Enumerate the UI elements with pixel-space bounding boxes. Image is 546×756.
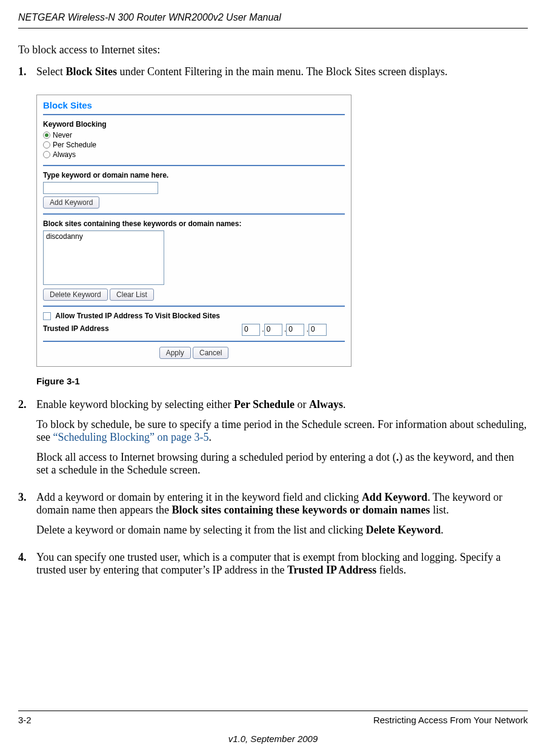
allow-trusted-checkbox[interactable] (43, 312, 51, 320)
step-3-num: 3. (18, 491, 36, 544)
figure-container: Block Sites Keyword Blocking Never Per S… (36, 95, 528, 367)
text: or (295, 398, 309, 410)
keyword-listbox[interactable]: discodanny (43, 230, 164, 285)
radio-never-label: Never (53, 131, 72, 139)
text: Add a keyword or domain by entering it i… (36, 491, 362, 503)
text: list. (430, 504, 449, 516)
section-title: Restricting Access From Your Network (373, 715, 528, 725)
bs-title: Block Sites (37, 95, 351, 114)
step-1-text: Select Block Sites under Content Filteri… (36, 65, 528, 78)
ip-field-2[interactable]: 0 (264, 324, 282, 336)
ip-field-3[interactable]: 0 (286, 324, 304, 336)
text: Delete a keyword or domain name by selec… (36, 524, 366, 536)
text: . (343, 398, 346, 410)
step-1-textpart: Select (36, 65, 65, 78)
step-3: 3. Add a keyword or domain by entering i… (18, 491, 528, 544)
text: Enable keyword blocking by selecting eit… (36, 398, 234, 410)
radio-always[interactable] (43, 151, 50, 158)
footer-divider (18, 711, 528, 711)
intro-text: To block access to Internet sites: (18, 44, 528, 56)
step-2: 2. Enable keyword blocking by selecting … (18, 398, 528, 484)
figure-label: Figure 3-1 (36, 376, 528, 386)
text: . (208, 431, 211, 443)
clear-list-button[interactable]: Clear List (110, 289, 154, 301)
footer-version: v1.0, September 2009 (18, 734, 528, 744)
add-keyword-button[interactable]: Add Keyword (43, 196, 99, 209)
bold: Trusted IP Address (287, 564, 376, 576)
page-header-title: NETGEAR Wireless-N 300 Router WNR2000v2 … (18, 12, 528, 28)
step-4: 4. You can specify one trusted user, whi… (18, 551, 528, 584)
bold: Delete Keyword (366, 524, 441, 536)
bold: Block sites containing these keywords or… (171, 504, 430, 516)
ip-field-1[interactable]: 0 (242, 324, 260, 336)
cancel-button[interactable]: Cancel (193, 347, 228, 359)
step-4-p1: You can specify one trusted user, which … (36, 551, 528, 577)
step-2-p2: To block by schedule, be sure to specify… (36, 418, 528, 444)
block-list-label: Block sites containing these keywords or… (43, 219, 345, 228)
type-keyword-label: Type keyword or domain name here. (43, 171, 345, 179)
block-sites-screenshot: Block Sites Keyword Blocking Never Per S… (36, 95, 351, 367)
radio-never[interactable] (43, 132, 50, 139)
delete-keyword-button[interactable]: Delete Keyword (43, 289, 108, 301)
ip-field-4[interactable]: 0 (308, 324, 327, 336)
step-4-num: 4. (18, 551, 36, 584)
step-3-p2: Delete a keyword or domain name by selec… (36, 524, 528, 537)
step-3-p1: Add a keyword or domain by entering it i… (36, 491, 528, 517)
step-1-textpart2: under Content Filtering in the main menu… (117, 65, 448, 78)
trusted-ip-fields: 0 .0 .0 .0 (242, 324, 327, 336)
text: Block all access to Internet browsing du… (36, 451, 396, 463)
page-footer: 3-2 Restricting Access From Your Network… (18, 711, 528, 744)
radio-always-label: Always (53, 150, 76, 159)
radio-per-schedule-label: Per Schedule (53, 141, 96, 149)
text: . (441, 524, 444, 536)
apply-button[interactable]: Apply (159, 347, 191, 359)
step-2-p3: Block all access to Internet browsing du… (36, 451, 528, 477)
step-1-num: 1. (18, 65, 36, 85)
step-2-num: 2. (18, 398, 36, 484)
step-1-bold: Block Sites (65, 65, 117, 78)
text: fields. (376, 564, 406, 576)
scheduling-link[interactable]: “Scheduling Blocking” on page 3-5 (53, 431, 208, 443)
step-1: 1. Select Block Sites under Content Filt… (18, 65, 528, 85)
step-2-p1: Enable keyword blocking by selecting eit… (36, 398, 528, 411)
keyword-input[interactable] (43, 182, 158, 194)
radio-per-schedule[interactable] (43, 141, 50, 149)
trusted-ip-label: Trusted IP Address (43, 324, 109, 333)
bold: Add Keyword (362, 491, 428, 503)
bold: Always (309, 398, 343, 410)
allow-trusted-label: Allow Trusted IP Address To Visit Blocke… (55, 312, 220, 320)
page-number: 3-2 (18, 715, 32, 725)
list-item[interactable]: discodanny (46, 232, 161, 241)
bold: Per Schedule (234, 398, 295, 410)
keyword-blocking-label: Keyword Blocking (43, 120, 345, 129)
text: You can specify one trusted user, which … (36, 551, 501, 576)
